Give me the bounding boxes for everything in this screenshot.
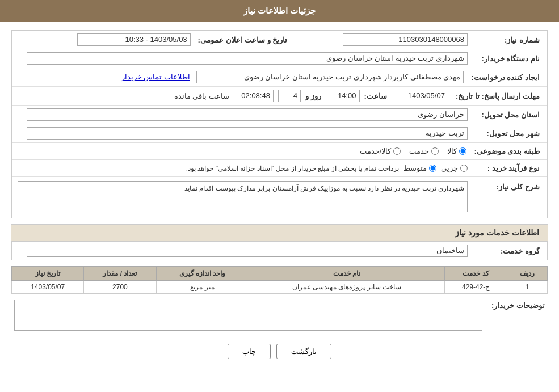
category-option-service[interactable]: خدمت [409, 147, 439, 155]
print-button[interactable]: چاپ [228, 344, 271, 359]
purchase-type-label: نوع فرآیند خرید : [470, 163, 544, 174]
reply-deadline-value: 1403/05/07 ساعت: 14:00 روز و 4 02:08:48 … [15, 88, 451, 103]
description-textarea[interactable] [18, 181, 468, 212]
cell-unit: متر مربع [156, 281, 249, 294]
creator-label: ایجاد کننده درخواست: [466, 72, 544, 83]
category-option-goods[interactable]: کالا [447, 147, 466, 155]
reply-remaining-label: ساعت باقی مانده [174, 92, 229, 100]
cell-service-code: ج-42-429 [445, 281, 507, 294]
category-label: طبقه بندی موضوعی: [469, 146, 544, 157]
province-value: خراسان رضوی [15, 107, 470, 122]
buyer-notes-textarea[interactable] [14, 300, 482, 331]
service-group-label: گروه خدمت: [470, 246, 544, 256]
buyer-name-value: شهرداری تربت حیدریه استان خراسان رضوی [15, 51, 470, 66]
purchase-type-row: نوع فرآیند خرید : جزیی متوسط پرداخت تمام… [12, 160, 547, 177]
cell-date: 1403/05/07 [12, 281, 84, 294]
description-row: شرح کلی نیاز: [12, 177, 547, 218]
creator-contact-link[interactable]: اطلاعات تماس خریدار [121, 73, 190, 81]
reply-date-field: 1403/05/07 [392, 90, 448, 102]
buttons-row: بازگشت چاپ [11, 344, 548, 368]
creator-row: ایجاد کننده درخواست: مهدی مصطفائی کاربرد… [12, 68, 547, 87]
city-label: شهر محل تحویل: [470, 128, 544, 139]
reply-time-label: ساعت: [364, 92, 387, 100]
services-table-section: ردیف کد خدمت نام خدمت واحد اندازه گیری ت… [11, 266, 548, 294]
col-unit: واحد اندازه گیری [156, 267, 249, 281]
purchase-type-note: پرداخت تمام یا بخشی از مبلغ خریدار از مح… [186, 165, 399, 172]
page-header: جزئیات اطلاعات نیاز [0, 0, 559, 22]
category-row: طبقه بندی موضوعی: کالا خدمت کالا/خدمت [12, 143, 547, 160]
back-button[interactable]: بازگشت [276, 344, 331, 359]
request-number-row: شماره نیاز: 1103030148000068 تاریخ و ساع… [12, 31, 547, 49]
reply-days-field: 4 [278, 90, 301, 102]
request-number-field: 1103030148000068 [343, 33, 468, 46]
reply-remaining-field: 02:08:48 [234, 90, 274, 102]
request-number-value: 1103030148000068 [292, 32, 470, 47]
creator-field: مهدی مصطفائی کاربرداز شهرداری تربت حیدری… [196, 71, 464, 83]
city-value: تربت حیدریه [15, 126, 470, 141]
service-group-value: ساختمان [15, 243, 470, 258]
description-value [15, 180, 470, 215]
col-date: تاریخ نیاز [12, 267, 84, 281]
announcement-datetime-field: 1403/05/03 - 10:33 [77, 33, 191, 46]
buyer-notes-label: توضیحات خریدار: [488, 300, 545, 310]
col-service-name: نام خدمت [249, 267, 445, 281]
province-label: استان محل تحویل: [470, 109, 544, 120]
buyer-name-label: نام دستگاه خریدار: [470, 53, 544, 64]
request-number-label: شماره نیاز: [470, 35, 544, 45]
cell-row-num: 1 [507, 281, 547, 294]
services-section-title: اطلاعات خدمات مورد نیاز [11, 224, 548, 241]
reply-deadline-label: مهلت ارسال پاسخ: تا تاریخ: [451, 91, 544, 102]
province-row: استان محل تحویل: خراسان رضوی [12, 106, 547, 124]
reply-deadline-row: مهلت ارسال پاسخ: تا تاریخ: 1403/05/07 سا… [12, 87, 547, 106]
announcement-datetime-label: تاریخ و ساعت اعلان عمومی: [194, 35, 292, 45]
buyer-name-field: شهرداری تربت حیدریه استان خراسان رضوی [27, 52, 468, 65]
purchase-type-partial[interactable]: جزیی [441, 164, 468, 172]
province-field: خراسان رضوی [27, 108, 468, 121]
description-label: شرح کلی نیاز: [470, 180, 544, 192]
cell-quantity: 2700 [84, 281, 156, 294]
city-field: تربت حیدریه [27, 127, 468, 140]
main-form: شماره نیاز: 1103030148000068 تاریخ و ساع… [11, 30, 548, 218]
creator-value: مهدی مصطفائی کاربرداز شهرداری تربت حیدری… [15, 70, 466, 85]
col-quantity: تعداد / مقدار [84, 267, 156, 281]
announcement-datetime-value: 1403/05/03 - 10:33 [15, 32, 194, 47]
buyer-name-row: نام دستگاه خریدار: شهرداری تربت حیدریه ا… [12, 49, 547, 68]
purchase-type-medium[interactable]: متوسط [404, 164, 436, 172]
service-group-field: ساختمان [27, 245, 468, 257]
purchase-type-value: جزیی متوسط پرداخت تمام یا بخشی از مبلغ خ… [15, 163, 470, 174]
service-group-row: گروه خدمت: ساختمان [12, 242, 547, 260]
col-service-code: کد خدمت [445, 267, 507, 281]
city-row: شهر محل تحویل: تربت حیدریه [12, 124, 547, 143]
buyer-notes-content [14, 300, 482, 332]
category-value: کالا خدمت کالا/خدمت [15, 146, 469, 157]
buyer-notes-row: توضیحات خریدار: [11, 297, 548, 335]
services-table: ردیف کد خدمت نام خدمت واحد اندازه گیری ت… [11, 266, 548, 294]
service-group-section: گروه خدمت: ساختمان [11, 241, 548, 260]
category-option-goods-service[interactable]: کالا/خدمت [360, 147, 401, 155]
page-title: جزئیات اطلاعات نیاز [243, 6, 316, 15]
col-row-num: ردیف [507, 267, 547, 281]
reply-days-label: روز و [305, 92, 321, 100]
reply-time-field: 14:00 [326, 90, 360, 102]
cell-service-name: ساخت سایر پروژه‌های مهندسی عمران [249, 281, 445, 294]
table-row: 1 ج-42-429 ساخت سایر پروژه‌های مهندسی عم… [12, 281, 548, 294]
